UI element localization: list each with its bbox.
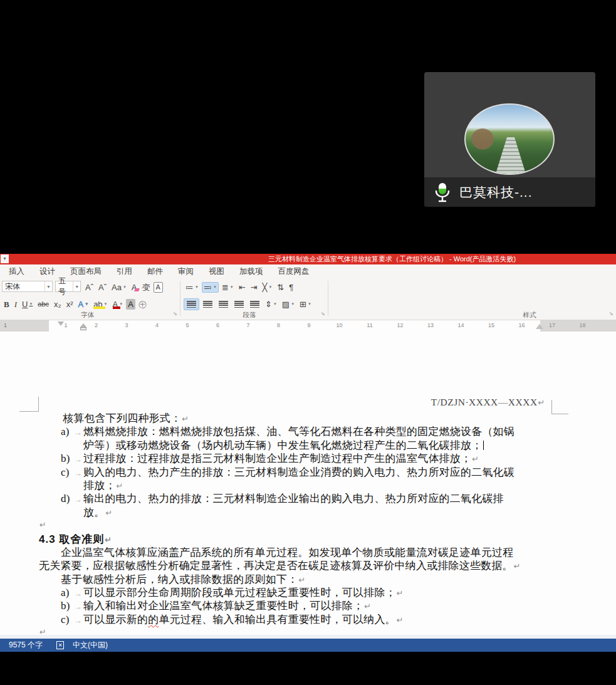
phonetic-guide-button[interactable]: 变 <box>140 282 152 293</box>
font-size-combo[interactable]: 五号 ▼ <box>55 281 81 292</box>
document-text-line[interactable]: 基于敏感性分析后，纳入或排除数据的原则如下：↵ <box>39 572 550 585</box>
document-text-line[interactable]: a)→燃料燃烧排放：燃料燃烧排放包括煤、油、气等化石燃料在各种类型的固定燃烧设备… <box>39 424 550 437</box>
tab-mark: → <box>75 495 83 505</box>
subscript-button[interactable]: x₂ <box>52 299 63 310</box>
document-text-line[interactable]: 炉等）或移动燃烧设备（场内机动车辆）中发生氧化燃烧过程产生的二氧化碳排放； <box>39 438 550 451</box>
underline-button[interactable]: U▼ <box>20 299 34 310</box>
participant-name: 巴莫科技-... <box>459 184 533 201</box>
ruler-number: 14 <box>446 322 476 328</box>
numbering-button[interactable]: ≕▼ <box>202 282 219 293</box>
list-label: b) <box>61 452 75 465</box>
document-text-line[interactable]: b)→过程排放：过程排放是指三元材料制造企业生产制造过程中产生的温室气体排放；↵ <box>39 451 550 464</box>
styles-dialog-launcher[interactable]: ⇘ <box>609 311 613 316</box>
show-marks-button[interactable]: ¶ <box>287 282 295 293</box>
justify-button[interactable] <box>232 299 246 310</box>
word-count-status[interactable]: 9575 个字 <box>9 640 43 651</box>
document-text-line[interactable]: c)→购入的电力、热力产生的排放：三元材料制造企业消费的购入电力、热力所对应的二… <box>39 465 550 478</box>
strikethrough-button[interactable]: abc <box>36 299 51 310</box>
ribbon-tab-邮件[interactable]: 邮件 <box>140 264 170 278</box>
document-text-line[interactable]: 无关紧要，应根据敏感性分析确定显著性，再决定是否在碳足迹核算及评价中纳入或排除这… <box>39 558 550 572</box>
align-right-button[interactable] <box>216 299 231 310</box>
status-bar: 9575 个字 ✕ 中文(中国) <box>0 639 616 652</box>
highlight-color-button[interactable]: ab▼ <box>91 299 109 310</box>
decrease-indent-button[interactable]: ⇤ <box>237 282 248 293</box>
character-shading-button[interactable]: A <box>126 299 135 310</box>
document-text-line[interactable]: c)→可以显示新的的单元过程、输入和输出具有重要性时，可以纳入。↵ <box>39 612 550 625</box>
distribute-button[interactable] <box>248 299 262 310</box>
document-text-line[interactable]: 企业温室气体核算应涵盖产品系统的所有单元过程。如发现单个物质或能量流对碳足迹单元… <box>39 545 550 558</box>
paragraph-dialog-launcher[interactable]: ⇘ <box>321 311 325 316</box>
text-effects-button[interactable]: A▼ <box>76 299 91 310</box>
document-text-line[interactable]: ↵ <box>39 518 550 531</box>
document-text-line[interactable]: a)→可以显示部分生命周期阶段或单元过程缺乏重要性时，可以排除；↵ <box>39 585 550 599</box>
clear-formatting-button[interactable]: A <box>130 282 139 293</box>
borders-button[interactable]: ⊞▼ <box>298 299 313 310</box>
superscript-button[interactable]: x² <box>65 299 75 310</box>
font-dialog-launcher[interactable]: ⇘ <box>173 311 177 316</box>
document-text-line[interactable]: 排放；↵ <box>39 478 550 491</box>
page-header-text[interactable]: T/DZJN·XXXX—XXXX↵ <box>351 397 545 408</box>
right-indent-marker[interactable] <box>536 324 543 329</box>
change-case-button[interactable]: Aa▼ <box>110 282 128 293</box>
participant-avatar <box>464 103 555 175</box>
microphone-icon <box>434 182 451 202</box>
list-label: d) <box>61 493 75 505</box>
asian-layout-button[interactable]: ╳▼ <box>261 282 274 293</box>
tab-mark: → <box>75 469 83 478</box>
text-effects-icon: A <box>78 300 84 309</box>
proofing-error-icon[interactable]: ✕ <box>56 641 64 649</box>
ribbon-tab-加载项[interactable]: 加载项 <box>232 264 271 278</box>
align-center-button[interactable] <box>201 299 215 310</box>
document-text-line[interactable]: b)→输入和输出对企业温室气体核算缺乏重要性时，可以排除；↵ <box>39 599 550 612</box>
italic-button[interactable]: I <box>13 299 19 310</box>
text-run: 输出的电力、热力的排放：三元材料制造企业输出的购入电力、热力所对应的二氧化碳排 <box>83 493 504 505</box>
ruler-number: 7 <box>233 322 263 328</box>
first-line-indent-marker[interactable] <box>58 322 64 326</box>
left-indent-marker[interactable] <box>80 327 86 330</box>
ribbon-tab-审阅[interactable]: 审阅 <box>170 264 201 278</box>
increase-indent-button[interactable]: ⇥ <box>249 282 259 293</box>
document-text-line[interactable]: ↵ <box>39 625 550 635</box>
font-color-button[interactable]: A▼ <box>111 299 125 310</box>
header-boundary-corner-mark <box>551 400 568 414</box>
grow-font-button[interactable]: Aˆ <box>83 282 95 293</box>
chevron-down-icon: ▼ <box>273 300 277 309</box>
text-run: 过程排放：过程排放是指三元材料制造企业生产制造过程中产生的温室气体排放； <box>83 452 471 464</box>
character-border-button[interactable]: A <box>154 282 163 293</box>
text-run: 可以显示新的 <box>83 614 148 625</box>
chevron-down-icon: ▼ <box>85 300 88 309</box>
bold-button[interactable]: B <box>2 299 11 310</box>
document-page[interactable]: T/DZJN·XXXX—XXXX↵ 核算包含下列四种形式：↵a)→燃料燃烧排放：… <box>0 332 616 635</box>
document-text-line[interactable]: 4.3 取舍准则↵ <box>39 532 550 545</box>
language-status[interactable]: 中文(中国) <box>73 640 108 651</box>
ribbon-tab-引用[interactable]: 引用 <box>109 264 140 278</box>
sort-icon: ⇅ <box>277 283 284 292</box>
align-left-button[interactable] <box>184 298 199 310</box>
paragraph-group-label: 段落 <box>224 311 274 320</box>
chevron-down-icon[interactable]: ▼ <box>44 281 52 291</box>
bullets-button[interactable]: ≔▼ <box>184 282 201 293</box>
avatar-landscape-bridge <box>492 137 530 175</box>
line-spacing-button[interactable]: ⇕▼ <box>263 299 279 310</box>
document-text-line[interactable]: d)→输出的电力、热力的排放：三元材料制造企业输出的购入电力、热力所对应的二氧化… <box>39 491 550 505</box>
chevron-down-icon[interactable]: ▼ <box>73 281 80 291</box>
ruler-number: 13 <box>415 322 446 328</box>
character-shading-icon: A <box>128 300 133 309</box>
text-cursor <box>483 441 484 450</box>
ribbon-tab-插入[interactable]: 插入 <box>1 264 32 278</box>
font-name-combo[interactable]: 宋体 ▼ <box>2 281 53 292</box>
document-text-line[interactable]: 放。↵ <box>39 505 550 518</box>
pilcrow-mark: ↵ <box>298 575 305 585</box>
shrink-font-button[interactable]: Aˇ <box>97 282 108 293</box>
sort-button[interactable]: ⇅ <box>275 282 286 293</box>
enclose-character-button[interactable]: ㊉ <box>137 299 149 310</box>
ribbon-tab-百度网盘[interactable]: 百度网盘 <box>271 264 317 278</box>
ruler-number: 12 <box>385 322 415 328</box>
shading-button[interactable]: ▨▼ <box>280 299 296 310</box>
quick-access-toolbar-arrow-icon[interactable]: ▾ <box>1 254 9 263</box>
document-text-line[interactable]: 核算包含下列四种形式：↵ <box>39 411 550 424</box>
horizontal-ruler[interactable]: 1 123456789101112131415161718 <box>0 320 616 332</box>
video-participant-tile[interactable]: 巴莫科技-... <box>424 72 595 207</box>
multilevel-list-button[interactable]: ≣▼ <box>220 282 236 293</box>
ribbon-tab-视图[interactable]: 视图 <box>201 264 232 278</box>
